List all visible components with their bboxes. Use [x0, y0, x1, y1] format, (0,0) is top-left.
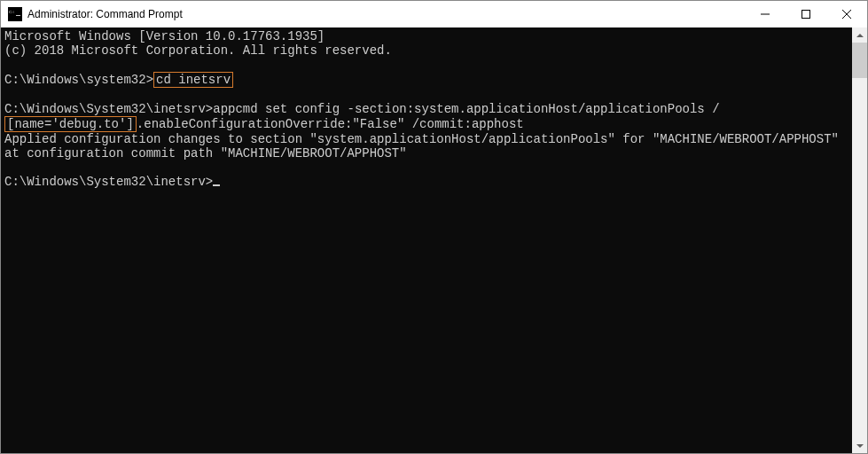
copyright-line: (c) 2018 Microsoft Corporation. All righ… — [4, 43, 848, 58]
window-controls — [745, 1, 867, 27]
maximize-button[interactable] — [786, 1, 826, 27]
prompt-1: C:\Windows\system32> — [4, 73, 153, 87]
prompt-3: C:\Windows\System32\inetsrv> — [4, 175, 213, 189]
titlebar[interactable]: C:\ Administrator: Command Prompt — [1, 1, 867, 27]
cursor — [213, 184, 220, 186]
blank-line — [4, 160, 848, 175]
terminal-output[interactable]: Microsoft Windows [Version 10.0.17763.19… — [1, 27, 852, 453]
svg-rect-2 — [16, 15, 20, 16]
scroll-thumb[interactable] — [852, 43, 867, 78]
scroll-track[interactable] — [852, 43, 867, 438]
blank-line — [4, 58, 848, 72]
output-line: Applied configuration changes to section… — [4, 132, 848, 160]
svg-text:C:\: C:\ — [9, 10, 15, 14]
command-line-2: C:\Windows\System32\inetsrv>appcmd set c… — [4, 102, 848, 132]
scroll-down-arrow[interactable] — [852, 438, 867, 453]
window-title: Administrator: Command Prompt — [27, 8, 745, 20]
svg-marker-7 — [856, 34, 864, 37]
command-line-1: C:\Windows\system32>cd inetsrv — [4, 72, 848, 88]
command-line-3: C:\Windows\System32\inetsrv> — [4, 175, 848, 189]
scroll-up-arrow[interactable] — [852, 27, 867, 43]
appcmd-part-a: appcmd set config -section:system.applic… — [213, 102, 719, 116]
cmd-icon: C:\ — [8, 7, 22, 21]
highlight-name-param: [name='debug.to'] — [4, 116, 137, 132]
prompt-2: C:\Windows\System32\inetsrv> — [4, 102, 213, 116]
svg-marker-8 — [856, 444, 864, 448]
appcmd-part-b: .enableConfigurationOverride:"False" /co… — [137, 117, 524, 131]
content-area: Microsoft Windows [Version 10.0.17763.19… — [1, 27, 867, 453]
vertical-scrollbar[interactable] — [852, 27, 867, 453]
minimize-button[interactable] — [745, 1, 786, 27]
svg-rect-4 — [802, 11, 810, 19]
highlight-cd-command: cd inetsrv — [153, 72, 233, 88]
close-button[interactable] — [826, 1, 867, 27]
command-prompt-window: C:\ Administrator: Command Prompt — [0, 0, 868, 454]
version-line: Microsoft Windows [Version 10.0.17763.19… — [4, 29, 848, 43]
blank-line — [4, 88, 848, 102]
